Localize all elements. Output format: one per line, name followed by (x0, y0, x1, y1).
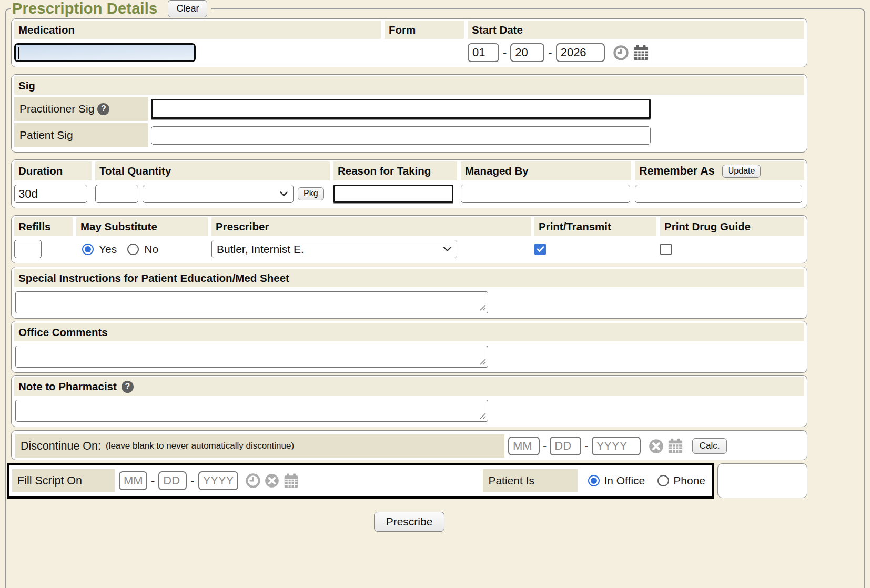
help-icon[interactable]: ? (97, 103, 109, 115)
prescriber-select[interactable]: Butler, Internist E. (211, 240, 457, 258)
office-comments-header: Office Comments (14, 323, 804, 341)
prescriber-cell: Butler, Internist E. (211, 240, 531, 258)
discontinue-year-input[interactable] (592, 437, 641, 455)
calendar-icon[interactable] (667, 438, 683, 454)
sig-header-row: Sig (14, 76, 804, 95)
reason-cell (333, 185, 457, 203)
substitute-yes-label: Yes (99, 243, 117, 256)
managed-by-input[interactable] (461, 185, 630, 203)
remember-as-cell (635, 185, 804, 203)
fill-month-input[interactable] (119, 471, 147, 490)
medication-cell (14, 43, 381, 62)
medication-input[interactable] (14, 43, 196, 62)
time-picker-icon[interactable] (246, 473, 260, 488)
note-to-pharmacist-textarea[interactable] (15, 400, 488, 422)
fill-year-input[interactable] (198, 471, 238, 490)
patient-sig-label: Patient Sig (14, 123, 148, 147)
reason-for-taking-input[interactable] (333, 185, 453, 203)
remember-as-input[interactable] (635, 185, 802, 203)
refills-section: Refills May Substitute Prescriber Print/… (11, 215, 807, 263)
date-separator: - (548, 46, 552, 59)
time-picker-icon[interactable] (613, 45, 629, 60)
refills-body-row: Yes No Butler, Internist E. (14, 240, 804, 258)
phone-label: Phone (673, 474, 705, 487)
help-icon[interactable]: ? (122, 381, 134, 393)
patient-sig-input[interactable] (151, 126, 651, 145)
practitioner-sig-input[interactable] (151, 99, 651, 119)
in-office-radio[interactable] (588, 475, 600, 486)
sig-header: Sig (14, 76, 804, 95)
discontinue-label: Discontinue On: (leave blank to never au… (15, 434, 504, 458)
resize-grip-icon[interactable] (479, 358, 486, 365)
print-drug-guide-checkbox[interactable] (660, 244, 672, 255)
calc-button[interactable]: Calc. (692, 438, 727, 454)
duration-input[interactable] (14, 185, 87, 203)
update-button[interactable]: Update (722, 165, 761, 177)
fill-day-input[interactable] (158, 471, 187, 490)
may-substitute-column-header: May Substitute (76, 217, 208, 236)
resize-grip-icon[interactable] (479, 304, 486, 311)
refills-input[interactable] (14, 240, 42, 258)
clear-date-icon[interactable] (649, 439, 664, 454)
start-year-input[interactable] (556, 43, 605, 62)
form-column-header: Form (385, 21, 464, 39)
practitioner-sig-label: Practitioner Sig ? (14, 97, 148, 121)
office-comments-textarea[interactable] (15, 346, 488, 368)
start-month-input[interactable] (468, 43, 499, 62)
duration-header-row: Duration Total Quantity Reason for Takin… (14, 161, 804, 180)
pkg-button[interactable]: Pkg (298, 187, 324, 200)
refills-cell (14, 240, 73, 258)
duration-body-row: Pkg (14, 185, 804, 203)
total-quantity-input[interactable] (95, 185, 138, 203)
office-comments-section: Office Comments (11, 321, 807, 373)
note-to-pharmacist-wrap (15, 400, 488, 422)
start-day-input[interactable] (510, 43, 544, 62)
prescribe-button[interactable]: Prescribe (374, 512, 445, 532)
substitute-no-radio[interactable] (127, 244, 139, 255)
date-separator: - (151, 474, 155, 488)
medication-section: Medication Form Start Date - - (11, 18, 807, 67)
office-comments-header-row: Office Comments (14, 323, 804, 341)
medication-body-row: - - (14, 43, 804, 62)
fill-script-row: Fill Script On - - Patient Is (7, 463, 807, 499)
medication-header-row: Medication Form Start Date (14, 21, 804, 39)
start-date-column-header: Start Date (468, 21, 804, 39)
chevron-down-icon (279, 191, 288, 197)
date-separator: - (190, 474, 194, 488)
discontinue-day-input[interactable] (550, 437, 581, 455)
fill-script-right-panel (717, 463, 807, 498)
fill-script-highlight-box: Fill Script On - - Patient Is (7, 463, 714, 499)
discontinue-month-input[interactable] (508, 437, 540, 455)
text-caret (18, 47, 19, 59)
in-office-label: In Office (604, 474, 645, 487)
patient-sig-row: Patient Sig (14, 123, 804, 147)
print-transmit-checkbox[interactable] (534, 244, 546, 255)
date-separator: - (503, 46, 507, 59)
panel-legend: Prescription Details Clear (11, 0, 211, 17)
office-comments-wrap (15, 346, 488, 368)
phone-radio[interactable] (657, 475, 669, 486)
duration-column-header: Duration (14, 161, 92, 180)
reason-column-header: Reason for Taking (333, 161, 457, 180)
calendar-icon[interactable] (284, 473, 299, 489)
clear-date-icon[interactable] (265, 473, 279, 488)
managed-by-cell (461, 185, 631, 203)
resize-grip-icon[interactable] (479, 412, 486, 419)
may-substitute-cell: Yes No (76, 243, 208, 256)
refills-header-row: Refills May Substitute Prescriber Print/… (14, 217, 804, 236)
sig-section: Sig Practitioner Sig ? Patient Sig (11, 74, 807, 153)
form-sections: Medication Form Start Date - - (11, 18, 807, 532)
prescription-details-panel: Prescription Details Clear Medication Fo… (5, 0, 865, 588)
package-select[interactable] (143, 185, 294, 203)
fill-script-label: Fill Script On (12, 469, 115, 492)
refills-column-header: Refills (14, 217, 73, 236)
substitute-yes-radio[interactable] (82, 244, 94, 255)
duration-section: Duration Total Quantity Reason for Takin… (11, 159, 807, 208)
calendar-icon[interactable] (633, 45, 649, 61)
special-instructions-textarea[interactable] (15, 291, 488, 313)
practitioner-sig-row: Practitioner Sig ? (14, 97, 804, 121)
special-instructions-wrap (15, 291, 488, 313)
clear-button[interactable]: Clear (168, 0, 207, 17)
medication-column-header: Medication (14, 21, 381, 39)
prescribe-row: Prescribe (11, 512, 807, 532)
